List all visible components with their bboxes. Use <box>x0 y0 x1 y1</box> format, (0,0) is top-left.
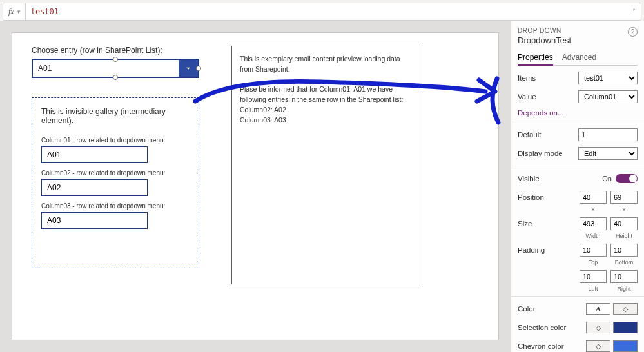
prop-value-label: Value <box>518 93 536 101</box>
pad-left-input[interactable] <box>580 270 607 283</box>
field-label: Column02 - row related to dropdown menu: <box>41 170 190 177</box>
toggle-state: On <box>602 175 612 182</box>
tab-advanced[interactable]: Advanced <box>562 50 596 65</box>
prop-selcolor-label: Selection color <box>518 324 566 331</box>
pos-y-input[interactable] <box>610 191 638 204</box>
control-category: DROP DOWN <box>518 27 638 34</box>
dropdown-chevron-button[interactable] <box>179 60 198 77</box>
sub-x: X <box>580 206 607 213</box>
pad-top-input[interactable] <box>580 244 607 257</box>
visible-toggle[interactable] <box>616 174 638 183</box>
properties-panel: ? DROP DOWN DropdownTest Properties Adva… <box>511 21 644 352</box>
color-swatch-text[interactable]: A <box>586 303 610 315</box>
gallery-container: This is invisible gallery (intermediary … <box>32 97 199 268</box>
width-input[interactable] <box>580 217 607 230</box>
field-label: Column01 - row related to dropdown menu: <box>41 137 190 144</box>
dropdown-control[interactable]: A01 <box>32 59 199 78</box>
pos-x-input[interactable] <box>580 191 607 204</box>
selcolor-fill[interactable] <box>613 322 638 333</box>
field-input-col1[interactable] <box>41 146 148 163</box>
chevcolor-fill[interactable] <box>613 340 638 352</box>
formula-bar: fx▾ ˅ <box>3 3 641 21</box>
prop-default-label: Default <box>518 131 541 139</box>
prop-items-select[interactable]: test01 <box>578 72 638 84</box>
resize-handle[interactable] <box>113 57 118 62</box>
sub-height: Height <box>610 233 638 239</box>
prop-padding-label: Padding <box>518 246 545 254</box>
prop-displaymode-label: Display mode <box>518 150 563 157</box>
sub-y: Y <box>610 206 638 213</box>
prop-size-label: Size <box>518 220 532 228</box>
sub-left: Left <box>580 286 607 292</box>
prop-chevcolor-label: Chevron color <box>518 342 564 350</box>
control-name[interactable]: DropdownTest <box>518 35 638 45</box>
field-label: Column03 - row related to dropdown menu: <box>41 202 190 210</box>
canvas-area: Choose entry (row in SharePoint List): A… <box>0 21 511 352</box>
gallery-title: This is invisible gallery (intermediary … <box>41 107 190 125</box>
depends-on-link[interactable]: Depends on... <box>518 109 638 117</box>
fx-label[interactable]: fx▾ <box>3 3 26 20</box>
resize-handle[interactable] <box>113 75 118 80</box>
field-input-col2[interactable] <box>41 179 148 196</box>
prop-visible-label: Visible <box>518 175 540 182</box>
sub-right: Right <box>610 286 638 292</box>
selcolor-swatch[interactable]: ◇ <box>586 322 610 333</box>
chevron-down-icon <box>184 64 193 73</box>
expand-formula-icon[interactable]: ˅ <box>627 8 641 15</box>
dropdown-value: A01 <box>33 64 179 73</box>
prop-items-label: Items <box>518 74 536 82</box>
resize-handle[interactable] <box>196 66 201 71</box>
pad-right-input[interactable] <box>610 244 638 257</box>
formula-input[interactable] <box>26 7 627 16</box>
chevcolor-swatch[interactable]: ◇ <box>586 340 610 352</box>
prop-displaymode-select[interactable]: Edit <box>578 147 638 160</box>
tab-properties[interactable]: Properties <box>518 50 553 66</box>
sub-bottom: Bottom <box>610 259 638 266</box>
prop-value-select[interactable]: Column01 <box>578 90 638 103</box>
prop-default-input[interactable] <box>578 128 638 141</box>
help-icon[interactable]: ? <box>628 27 638 37</box>
sub-top: Top <box>580 259 607 266</box>
height-input[interactable] <box>610 217 638 230</box>
pad-bottom-input[interactable] <box>610 270 638 283</box>
prop-position-label: Position <box>518 193 544 201</box>
chevron-down-icon: ▾ <box>17 8 20 15</box>
sub-width: Width <box>580 233 607 239</box>
prop-color-label: Color <box>518 305 535 313</box>
email-preview: This is exemplary email content prieview… <box>231 46 418 284</box>
color-swatch-fill[interactable]: ◇ <box>613 303 638 315</box>
field-input-col3[interactable] <box>41 212 148 229</box>
